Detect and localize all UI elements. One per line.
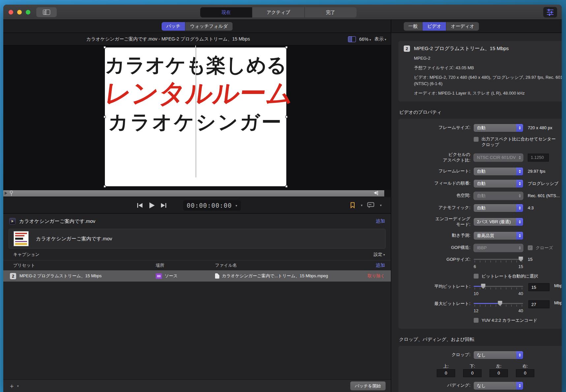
max-bitrate-field[interactable]: 27 (528, 300, 550, 308)
inspector-pane: 一般 ビデオ オーディオ 2 MPEG-2 プログラムストリーム、15 Mbps… (391, 20, 562, 392)
crop-left-field[interactable]: 0 (489, 369, 508, 377)
play-button[interactable] (148, 202, 155, 209)
crop-popup[interactable]: なし (474, 351, 523, 359)
selection-handle[interactable] (285, 46, 288, 48)
preview-title: カラオケシンガーご案内です.mov - MPEG-2 プログラムストリーム、15… (3, 33, 333, 45)
tab-watch-folder[interactable]: ウォッチフォルダ (185, 22, 233, 31)
frame-size-popup[interactable]: 自動 (474, 124, 523, 132)
motion-estimation-popup[interactable]: 最高品質 (474, 232, 523, 240)
next-frame-button[interactable] (160, 203, 167, 208)
batch-pane: バッチ ウォッチフォルダ カラオケシンガーご案内です.mov - MPEG-2 … (3, 20, 391, 392)
crop-right-label: 右: (522, 364, 528, 369)
video-properties-title: ビデオのプロパティ (399, 109, 562, 115)
encoding-mode-popup[interactable]: 2パス VBR (最適) (474, 218, 523, 226)
video-preview-canvas[interactable]: カラオケも楽しめる レンタルルーム カラオケシンガー (105, 47, 286, 186)
compare-split-divider[interactable] (195, 45, 196, 177)
tab-audio[interactable]: オーディオ (446, 22, 479, 31)
avg-bitrate-max: 40 (519, 291, 523, 296)
batch-list: カラオケシンガーご案内です.mov 追加 カラオケシンガーご案内です.mov キ… (3, 214, 391, 392)
preset-name: MPEG-2 プログラムストリーム、15 Mbps (19, 273, 102, 279)
close-window-button[interactable] (9, 10, 13, 15)
timecode-chevron-icon: ▾ (236, 204, 237, 207)
max-bitrate-min: 12 (474, 308, 478, 313)
segment-current[interactable]: 現在 (200, 7, 252, 17)
start-batch-button[interactable]: バッチを開始 (350, 381, 386, 390)
previous-frame-button[interactable] (137, 203, 143, 208)
padding-popup[interactable]: なし (474, 382, 523, 390)
avg-bitrate-slider[interactable] (474, 283, 523, 290)
selection-handle[interactable] (104, 116, 106, 118)
gop-size-slider[interactable] (474, 256, 523, 263)
zoom-level-dropdown[interactable]: 66%▾ (359, 37, 371, 42)
popup-stepper-icon (516, 154, 523, 162)
timecode-field[interactable]: 00:00:00:00 ▾ (183, 200, 241, 211)
pixel-aspect-field: 1.1250 (528, 154, 549, 162)
color-space-popup: 自動 (474, 192, 523, 200)
sidebar-toggle-button[interactable] (36, 7, 57, 17)
anamorphic-popup[interactable]: 自動 (474, 204, 523, 212)
timeline-scrubber[interactable] (3, 190, 391, 197)
zoom-window-button[interactable] (26, 10, 30, 15)
sliders-icon (547, 9, 553, 15)
center-crop-checkbox[interactable] (474, 137, 479, 142)
avg-bitrate-field[interactable]: 15 (528, 283, 550, 291)
popup-stepper-icon (516, 167, 523, 175)
output-filename: カラオケシンガーご案内で...トリーム、15 Mbps.mpeg (222, 273, 328, 279)
caption-chevron-icon[interactable]: ▾ (380, 203, 382, 207)
add-preset-link[interactable]: 追加 (376, 262, 385, 268)
minimize-window-button[interactable] (17, 10, 22, 15)
frame-rate-popup[interactable]: 自動 (474, 167, 523, 175)
scrubber-track[interactable] (3, 190, 384, 196)
crop-right-field[interactable]: 0 (516, 369, 534, 377)
gop-size-label: GOPサイズ: (404, 256, 474, 262)
tab-general[interactable]: 一般 (404, 22, 423, 31)
caption-settings-dropdown[interactable]: 設定▾ (374, 252, 385, 257)
caption-bubble-icon[interactable] (367, 202, 374, 208)
add-output-link[interactable]: 追加 (376, 218, 385, 224)
marker-bookmark-icon[interactable] (350, 202, 355, 208)
transport-bar: 00:00:00:00 ▾ ▾ ▾ (3, 197, 391, 214)
preset-summary-card: 2 MPEG-2 プログラムストリーム、15 Mbps MPEG-2 予想ファイ… (398, 41, 562, 102)
marker-chevron-icon[interactable]: ▾ (361, 203, 362, 207)
color-space-label: 色空間: (404, 193, 474, 198)
auto-bitrate-checkbox[interactable] (474, 274, 479, 279)
yuv422-checkbox[interactable] (474, 318, 479, 323)
playhead-pin-icon[interactable] (10, 191, 13, 196)
job-card[interactable]: カラオケシンガーご案内です.mov (9, 229, 386, 249)
inspector-scroll-area: 2 MPEG-2 プログラムストリーム、15 Mbps MPEG-2 予想ファイ… (391, 33, 562, 392)
selection-handle[interactable] (104, 46, 106, 48)
tab-video[interactable]: ビデオ (423, 22, 446, 31)
crop-top-field[interactable]: 0 (437, 369, 455, 377)
caption-label: キャプション (9, 252, 374, 257)
field-order-popup[interactable]: 自動 (474, 180, 523, 188)
view-dropdown[interactable]: 表示▾ (374, 36, 386, 42)
gop-structure-label: GOP構造: (404, 245, 474, 251)
popup-stepper-icon (516, 180, 523, 188)
add-job-button[interactable]: ＋▾ (9, 382, 19, 390)
summary-count-badge: 2 (404, 45, 410, 52)
preset-row-selected[interactable]: 2 MPEG-2 プログラムストリーム、15 Mbps ソース カラオケシンガー… (3, 270, 391, 282)
video-properties-card: フレームサイズ: 自動 720 x 480 px (398, 119, 562, 329)
selection-handle[interactable] (285, 116, 288, 118)
selection-handle[interactable] (104, 185, 106, 188)
batch-tab-strip: バッチ ウォッチフォルダ (3, 20, 391, 33)
sidebar-icon (43, 10, 50, 15)
popup-stepper-icon (516, 192, 523, 200)
remove-preset-link[interactable]: 取り除く (367, 273, 385, 279)
avg-bitrate-unit: Mbps (554, 283, 562, 288)
selection-handle[interactable] (285, 185, 288, 188)
compressor-window: 現在 アクティブ 完了 バッチ ウォッチフォルダ カラオケシンガーご案内です.m… (3, 5, 562, 392)
max-bitrate-slider[interactable] (474, 300, 523, 307)
segment-completed[interactable]: 完了 (305, 7, 357, 17)
crop-bottom-field[interactable]: 0 (463, 369, 482, 377)
batch-source-name: カラオケシンガーご案内です.mov (19, 218, 372, 225)
column-location: 場所 (156, 262, 215, 268)
tab-batch[interactable]: バッチ (162, 22, 185, 31)
inspector-toggle-button[interactable] (543, 7, 557, 17)
segment-active[interactable]: アクティブ (252, 7, 304, 17)
split-view-icon[interactable] (348, 36, 356, 42)
crop-edge-fields: 上: 0 下: 0 左: 0 右: 0 (437, 363, 562, 377)
encoding-mode-label: エンコーディングモード: (404, 216, 474, 227)
motion-estimation-label: 動き予測: (404, 233, 474, 238)
center-crop-label: 出力アスペクト比に合わせてセンタークロップ (482, 136, 557, 148)
